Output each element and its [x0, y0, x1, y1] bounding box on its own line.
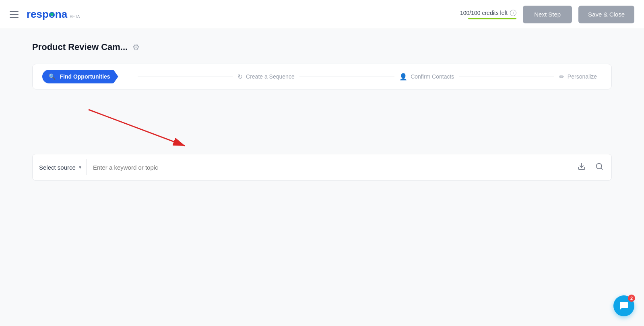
download-icon [578, 162, 586, 170]
search-bar: Select source ▾ [32, 154, 612, 181]
logo: resp o na BETA [27, 8, 80, 21]
logo-o-container: o [49, 8, 55, 21]
step-personalize[interactable]: ✏ Personalize [554, 70, 602, 84]
logo-beta-label: BETA [70, 15, 80, 19]
keyword-input[interactable] [93, 164, 576, 171]
personalize-icon: ✏ [559, 73, 564, 81]
step-divider-2 [299, 77, 395, 77]
campaign-title: Product Review Cam... [32, 42, 128, 52]
credits-section: 100/100 credits left i [460, 10, 516, 19]
credits-info-icon[interactable]: i [510, 10, 516, 16]
logo-pin-dot [50, 12, 54, 16]
create-sequence-label: Create a Sequence [246, 73, 295, 80]
save-close-button[interactable]: Save & Close [578, 6, 634, 23]
find-opportunities-icon: 🔍 [49, 73, 56, 80]
svg-line-1 [89, 110, 185, 146]
step-active-bg: 🔍 Find Opportunities [42, 70, 118, 83]
chat-bubble[interactable]: 2 [613, 295, 634, 316]
chevron-down-icon: ▾ [79, 164, 81, 170]
confirm-contacts-icon: 👤 [399, 73, 407, 81]
download-button[interactable] [576, 161, 587, 174]
campaign-title-row: Product Review Cam... ⚙ [32, 42, 612, 52]
main-content: Product Review Cam... ⚙ 🔍 Find Opportuni… [0, 29, 644, 326]
logo-text-na: na [55, 8, 67, 21]
step-find-opportunities[interactable]: 🔍 Find Opportunities [42, 70, 138, 83]
search-icon [595, 162, 603, 170]
settings-icon[interactable]: ⚙ [132, 42, 140, 52]
arrow-annotation [32, 106, 612, 154]
search-bar-actions [576, 161, 605, 174]
select-source-button[interactable]: Select source ▾ [39, 159, 87, 175]
step-divider-3 [459, 77, 554, 77]
select-source-label: Select source [39, 164, 76, 171]
logo-text-resp: resp [27, 8, 49, 21]
credits-bar [468, 18, 516, 19]
step-create-sequence[interactable]: ↻ Create a Sequence [233, 70, 299, 84]
header-right: 100/100 credits left i Next Step Save & … [460, 6, 634, 23]
svg-line-4 [601, 168, 603, 169]
chat-badge: 2 [628, 295, 635, 302]
header: resp o na BETA 100/100 credits left i Ne… [0, 0, 644, 29]
next-step-button[interactable]: Next Step [523, 6, 572, 23]
credits-text: 100/100 credits left [460, 10, 508, 16]
confirm-contacts-label: Confirm Contacts [411, 73, 454, 80]
chat-icon [619, 301, 629, 311]
search-button[interactable] [594, 161, 605, 174]
red-arrow-svg [56, 106, 185, 154]
find-opportunities-label: Find Opportunities [60, 73, 110, 80]
step-divider-1 [138, 77, 233, 77]
steps-container: 🔍 Find Opportunities ↻ Create a Sequence… [32, 64, 612, 89]
menu-button[interactable] [10, 11, 19, 18]
step-confirm-contacts[interactable]: 👤 Confirm Contacts [394, 70, 459, 84]
create-sequence-icon: ↻ [237, 73, 243, 81]
personalize-label: Personalize [568, 73, 597, 80]
credits-label: 100/100 credits left i [460, 10, 516, 16]
credits-bar-fill [468, 18, 516, 19]
